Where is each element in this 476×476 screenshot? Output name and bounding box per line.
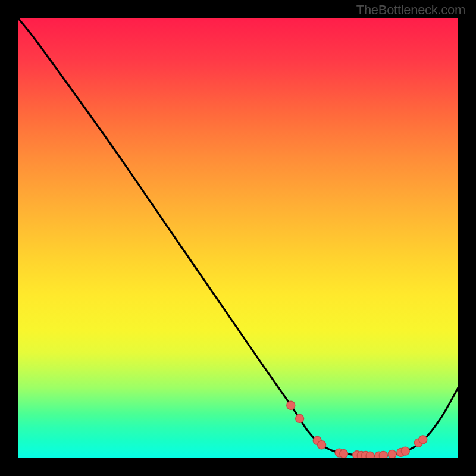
chart-marker: [318, 441, 326, 449]
chart-marker: [379, 452, 387, 458]
chart-marker: [296, 414, 304, 422]
chart-marker: [340, 450, 348, 458]
chart-marker: [287, 401, 295, 409]
chart-marker: [419, 436, 427, 444]
chart-marker: [366, 452, 374, 458]
chart-curve: [18, 18, 458, 456]
chart-marker: [401, 447, 409, 455]
chart-svg: [18, 18, 458, 458]
chart-marker: [388, 450, 396, 458]
chart-plot-area: [18, 18, 458, 458]
watermark-text: TheBottleneck.com: [356, 2, 465, 18]
